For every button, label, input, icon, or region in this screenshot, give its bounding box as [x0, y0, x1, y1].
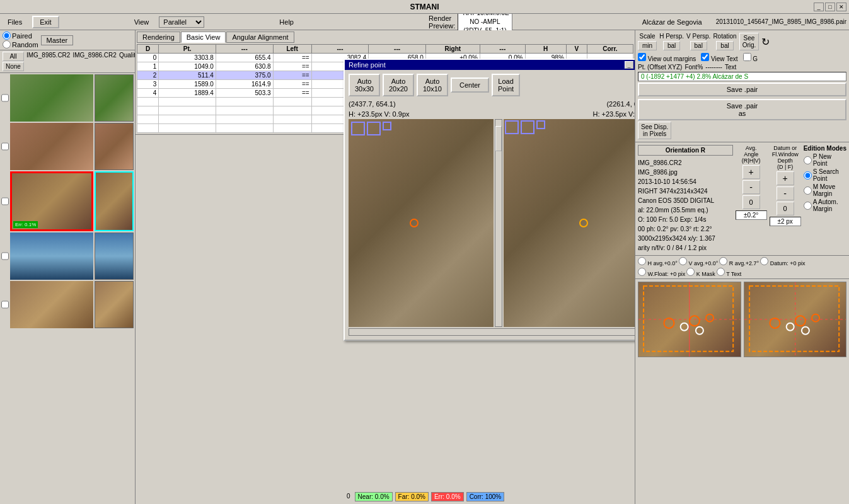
pair-filename: 20131010_145647_IMG_8985_IMG_8986.pair: [716, 18, 846, 25]
thumb-checkbox[interactable]: [1, 142, 9, 151]
svg-point-11: [795, 316, 805, 326]
window-controls[interactable]: _ □ ✕: [814, 3, 846, 11]
angle-plus-button[interactable]: +: [742, 165, 760, 179]
search-point-radio[interactable]: S SearchPoint: [804, 168, 846, 182]
datum-plus-button[interactable]: +: [777, 171, 794, 185]
tab-basic-view[interactable]: Basic View: [181, 32, 226, 43]
wfloat-check[interactable]: W.Float: +0 pix: [638, 268, 685, 277]
r-avg-check[interactable]: R avg.+2.7°: [719, 257, 759, 266]
col-left-end: ---: [311, 45, 369, 54]
thumb-right-1[interactable]: [95, 74, 134, 122]
datum-check[interactable]: Datum: +0 pix: [760, 257, 805, 266]
left-panel-header: Paired Random Master: [0, 30, 135, 50]
center-button[interactable]: Center: [451, 77, 489, 93]
thumb-left-1[interactable]: [10, 74, 93, 122]
dialog-content: Auto30x30 Auto20x20 Auto10x10 Center Loa…: [345, 70, 635, 340]
meta-direction: RIGHT: [638, 188, 657, 195]
see-disp-button[interactable]: See Disp.in Pixels: [638, 122, 671, 139]
angle-zero-button[interactable]: 0: [742, 195, 760, 209]
thumb-left-selected[interactable]: Err: 0.1%: [10, 171, 93, 231]
orientation-section: Orientation R IMG_8986.CR2 IMG_8986.jpg …: [638, 145, 733, 253]
scrollbar-vertical[interactable]: [495, 119, 502, 327]
tab-angular[interactable]: Angular Alignment: [226, 32, 294, 43]
col-corr: Corr.: [587, 45, 633, 54]
master-button[interactable]: Master: [41, 35, 74, 45]
exit-button[interactable]: Exit: [32, 16, 59, 28]
v-avg-check[interactable]: V avg.+0.0°: [679, 257, 718, 266]
meta-jpg-file: IMG_8986.jpg: [638, 168, 733, 177]
dialog-image-right[interactable]: [504, 119, 635, 327]
move-margin-radio[interactable]: M MoveMargin: [804, 183, 846, 197]
nav-box-1[interactable]: [351, 122, 365, 135]
angle-step-input[interactable]: [736, 210, 767, 220]
thumb-checkbox[interactable]: [1, 197, 9, 205]
rotation-bal-button[interactable]: bal: [716, 41, 733, 50]
right-thumb-left[interactable]: [638, 282, 741, 357]
k-mask-check[interactable]: K Mask: [686, 268, 715, 277]
auto-20x20-button[interactable]: Auto20x20: [383, 74, 414, 96]
err-badge: Err: 0.1%: [13, 221, 38, 228]
view-text-check[interactable]: View Text: [701, 53, 737, 62]
thumb-left-2[interactable]: [10, 123, 93, 170]
edition-modes-section: Edition Modes P NewPoint S SearchPoint M…: [804, 145, 846, 253]
right-thumb-right[interactable]: [744, 282, 847, 357]
close-button[interactable]: ✕: [836, 3, 846, 11]
files-menu[interactable]: Files: [3, 17, 27, 27]
nav-box-r2[interactable]: [521, 120, 534, 134]
nav-boxes-left: [351, 122, 391, 135]
t-text-check[interactable]: T Text: [717, 268, 742, 277]
dialog-minimize[interactable]: _: [625, 61, 633, 69]
thumb-right-4[interactable]: [95, 232, 134, 280]
all-button[interactable]: All: [3, 52, 24, 61]
paired-radio[interactable]: Paired: [3, 32, 38, 40]
nav-box-r1[interactable]: [505, 120, 519, 134]
new-point-label: P NewPoint: [813, 153, 831, 167]
none-button[interactable]: None: [3, 62, 24, 71]
v-persp-bal-button[interactable]: bal: [690, 41, 707, 50]
view-out-margins-check[interactable]: View out margins: [638, 53, 696, 62]
maximize-button[interactable]: □: [825, 3, 835, 11]
nav-box-r3[interactable]: [536, 120, 545, 129]
angle-minus-button[interactable]: -: [742, 180, 760, 194]
thumb-checkbox[interactable]: [1, 252, 9, 260]
diff-row: H: +23.5px V: 0.9px H: +23.5px V: 0.9px: [349, 109, 635, 119]
coords-row: (2437.7, 654.1) (2261.4, 674.2): [349, 99, 635, 109]
thumb-left-4[interactable]: [10, 232, 93, 280]
datum-step-input[interactable]: [770, 217, 801, 226]
save-pair-as-button[interactable]: Save .pairas: [638, 99, 846, 120]
auto-30x30-button[interactable]: Auto30x30: [349, 74, 380, 96]
nav-box-2[interactable]: [367, 122, 381, 135]
new-point-radio[interactable]: P NewPoint: [804, 153, 846, 167]
scrollbar-thumb[interactable]: [495, 126, 502, 151]
dialog-image-left[interactable]: [349, 119, 494, 327]
thumb-right-5[interactable]: [95, 281, 134, 328]
thumb-checkbox[interactable]: [1, 301, 9, 309]
view-menu[interactable]: View: [129, 17, 154, 27]
datum-minus-button[interactable]: -: [777, 186, 794, 200]
datum-zero-button[interactable]: 0: [777, 202, 794, 215]
random-radio[interactable]: Random: [3, 40, 38, 49]
thumb-checkbox[interactable]: [1, 94, 9, 102]
load-point-button[interactable]: LoadPoint: [492, 74, 520, 96]
dialog-controls[interactable]: _ □ ✕: [625, 61, 635, 69]
scrollbar-horizontal[interactable]: [349, 328, 635, 336]
save-pair-button[interactable]: Save .pair: [638, 83, 846, 96]
scale-min-button[interactable]: min: [638, 41, 657, 50]
refresh-icon[interactable]: ↻: [761, 36, 770, 48]
quality-label: Quality: [119, 52, 136, 71]
see-orig-button[interactable]: SeeOrig.: [739, 33, 759, 50]
h-persp-bal-button[interactable]: bal: [663, 41, 680, 50]
help-menu[interactable]: Help: [274, 17, 299, 27]
view-select[interactable]: Parallel Cross Anaglyph: [159, 16, 204, 28]
h-persp-section: H Persp. bal: [659, 33, 684, 50]
tab-rendering[interactable]: Rendering: [137, 32, 180, 43]
thumb-right-2[interactable]: [95, 123, 134, 170]
thumb-left-5[interactable]: [10, 281, 93, 328]
thumb-right-selected[interactable]: [95, 171, 134, 231]
nav-box-3[interactable]: [383, 122, 391, 130]
g-check[interactable]: G: [743, 53, 758, 62]
autom-margin-radio[interactable]: A Autom.Margin: [804, 198, 846, 212]
h-avg-check[interactable]: H avg.+0.0°: [638, 257, 678, 266]
minimize-button[interactable]: _: [814, 3, 824, 11]
auto-10x10-button[interactable]: Auto10x10: [417, 74, 448, 96]
